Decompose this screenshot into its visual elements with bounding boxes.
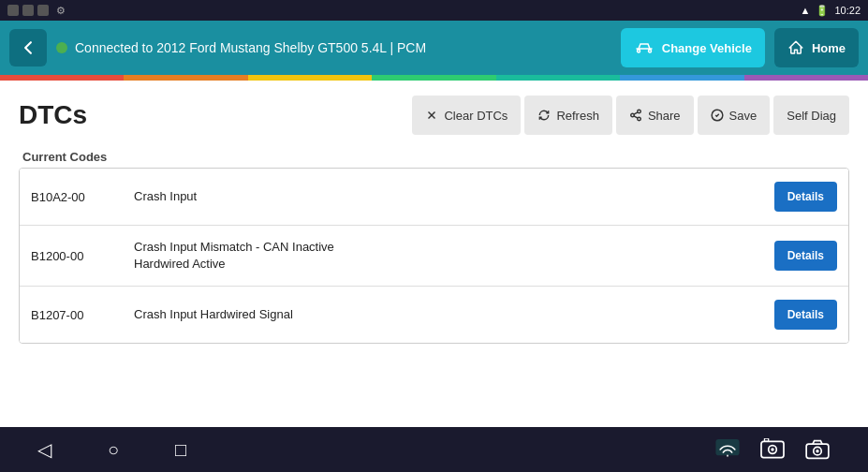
svg-point-12 bbox=[771, 448, 773, 450]
toolbar: DTCs Clear DTCs Refresh Share bbox=[19, 96, 849, 135]
table-row: B1207-00 Crash Input Hardwired Signal De… bbox=[20, 287, 848, 343]
connection-status: Connected to 2012 Ford Mustang Shelby GT… bbox=[56, 40, 611, 55]
dtc-table: B10A2-00 Crash Input Details B1200-00 Cr… bbox=[19, 168, 849, 344]
app-icon: ⚙ bbox=[56, 5, 66, 17]
save-button[interactable]: Save bbox=[698, 96, 771, 135]
screenshot-icon[interactable] bbox=[759, 438, 786, 461]
nav-back-button[interactable]: ◁ bbox=[37, 438, 51, 461]
nav-home-button[interactable]: ○ bbox=[108, 439, 119, 461]
details-button[interactable]: Details bbox=[774, 182, 837, 212]
home-label: Home bbox=[812, 41, 846, 55]
current-codes-section: Current Codes B10A2-00 Crash Input Detai… bbox=[19, 150, 849, 344]
self-diag-label: Self Diag bbox=[787, 109, 836, 123]
change-vehicle-label: Change Vehicle bbox=[662, 41, 752, 55]
connection-dot bbox=[56, 42, 67, 53]
share-button[interactable]: Share bbox=[616, 96, 694, 135]
svg-point-15 bbox=[816, 450, 818, 452]
svg-point-3 bbox=[631, 113, 635, 117]
refresh-icon bbox=[537, 109, 551, 122]
color-bar-green bbox=[372, 75, 495, 81]
color-bar-teal bbox=[496, 75, 620, 81]
win-btn-3 bbox=[37, 5, 49, 16]
details-button[interactable]: Details bbox=[774, 241, 837, 271]
svg-rect-10 bbox=[764, 438, 768, 441]
bottom-nav-left: ◁ ○ □ bbox=[37, 438, 186, 461]
table-row: B10A2-00 Crash Input Details bbox=[20, 169, 848, 226]
color-bar-blue bbox=[620, 75, 743, 81]
color-bar-purple bbox=[744, 75, 868, 81]
dtc-code: B1200-00 bbox=[31, 249, 134, 263]
save-label: Save bbox=[729, 109, 758, 123]
bottom-nav-right bbox=[714, 438, 831, 461]
clear-icon bbox=[425, 109, 438, 122]
svg-point-2 bbox=[638, 110, 641, 113]
dtc-code: B1207-00 bbox=[31, 308, 134, 322]
back-icon bbox=[19, 38, 37, 57]
save-icon bbox=[711, 109, 724, 122]
svg-line-6 bbox=[634, 112, 638, 114]
color-bar-yellow bbox=[248, 75, 372, 81]
current-codes-label: Current Codes bbox=[19, 150, 849, 164]
svg-rect-8 bbox=[715, 439, 739, 455]
self-diag-button[interactable]: Self Diag bbox=[773, 96, 849, 135]
color-bar bbox=[0, 75, 868, 81]
win-btn-2 bbox=[22, 5, 34, 16]
dtc-description: Crash Input Hardwired Signal bbox=[134, 306, 774, 323]
window-controls: ⚙ bbox=[7, 5, 66, 17]
details-button[interactable]: Details bbox=[774, 300, 837, 330]
wifi-icon: ▲ bbox=[801, 5, 811, 16]
refresh-button[interactable]: Refresh bbox=[524, 96, 612, 135]
refresh-label: Refresh bbox=[556, 109, 599, 123]
status-bar-right: ▲ 🔋 10:22 bbox=[801, 5, 861, 17]
table-row: B1200-00 Crash Input Mismatch - CAN Inac… bbox=[20, 226, 848, 287]
nav-recents-button[interactable]: □ bbox=[175, 439, 186, 461]
connection-text: Connected to 2012 Ford Mustang Shelby GT… bbox=[75, 40, 426, 55]
color-bar-orange bbox=[124, 75, 247, 81]
change-vehicle-button[interactable]: Change Vehicle bbox=[621, 28, 765, 67]
status-bar: ⚙ ▲ 🔋 10:22 bbox=[0, 0, 868, 21]
time-display: 10:22 bbox=[834, 5, 861, 16]
color-bar-red bbox=[0, 75, 124, 81]
wifi-status-icon bbox=[714, 439, 741, 460]
win-btn-1 bbox=[7, 5, 19, 16]
bottom-nav: ◁ ○ □ bbox=[0, 427, 868, 472]
top-nav: Connected to 2012 Ford Mustang Shelby GT… bbox=[0, 21, 868, 75]
share-label: Share bbox=[648, 109, 681, 123]
dtc-code: B10A2-00 bbox=[31, 190, 134, 204]
clear-dtcs-button[interactable]: Clear DTCs bbox=[412, 96, 521, 135]
share-icon bbox=[629, 109, 642, 122]
toolbar-buttons: Clear DTCs Refresh Share Save bbox=[412, 96, 849, 135]
page-title: DTCs bbox=[19, 100, 87, 130]
main-content: DTCs Clear DTCs Refresh Share bbox=[0, 81, 868, 427]
svg-point-4 bbox=[638, 117, 641, 120]
back-button[interactable] bbox=[9, 29, 47, 66]
car-icon bbox=[634, 39, 655, 56]
home-icon bbox=[787, 39, 804, 56]
battery-icon: 🔋 bbox=[816, 5, 829, 17]
home-button[interactable]: Home bbox=[774, 28, 859, 67]
camera-icon[interactable] bbox=[804, 439, 831, 460]
clear-dtcs-label: Clear DTCs bbox=[444, 109, 508, 123]
svg-line-5 bbox=[634, 116, 638, 118]
dtc-description: Crash Input bbox=[134, 188, 774, 205]
dtc-description: Crash Input Mismatch - CAN InactiveHardw… bbox=[134, 239, 774, 273]
